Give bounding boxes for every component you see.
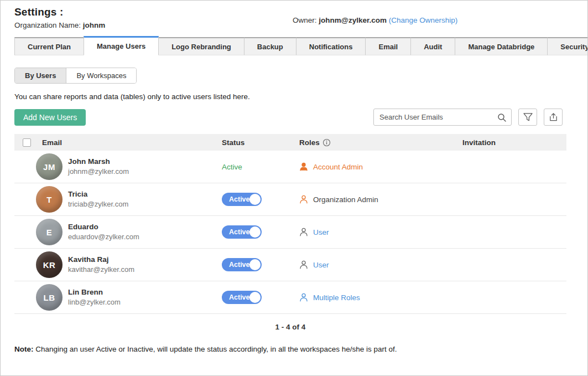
person-icon [299,293,308,302]
user-names: John Marshjohnm@zylker.com [68,157,129,177]
column-header-invitation: Invitation [462,138,566,147]
user-names: Eduardoeduardov@zylker.com [68,222,139,242]
column-header-checkbox [14,138,42,147]
toggle-knob [249,226,261,238]
add-new-users-button[interactable]: Add New Users [14,109,86,126]
tab-manage-users[interactable]: Manage Users [84,36,159,55]
search-icon [497,113,507,122]
owner-email: johnm@zylker.com [319,16,387,24]
org-name-value: johnm [83,21,106,29]
table-row: LBLin Brennlinb@zylker.comActiveMultiple… [14,281,566,314]
avatar: JM [36,153,63,180]
person-icon [299,195,308,204]
table-body: JMJohn Marshjohnm@zylker.comActiveAccoun… [14,151,566,314]
tab-email[interactable]: Email [365,37,411,55]
export-button[interactable] [544,109,563,126]
users-table: Email Status Roles Invitation JMJohn Mar… [14,134,566,314]
roles-cell: Account Admin [299,162,462,171]
role-label[interactable]: User [313,261,329,269]
status-cell: Active [222,291,299,304]
status-toggle[interactable]: Active [222,193,262,206]
avatar: KR [36,251,63,278]
table-row: KRKavitha Rajkavithar@zylker.comActiveUs… [14,249,566,281]
user-email: kavithar@zylker.com [68,265,134,275]
status-cell: Active [222,162,299,172]
column-header-roles: Roles [299,138,462,147]
user-name: John Marsh [68,157,129,167]
status-toggle[interactable]: Active [222,291,262,304]
status-toggle-label: Active [229,293,250,301]
page-header: Settings : Organization Name: johnm Owne… [1,1,587,33]
roles-cell: User [299,228,462,236]
status-toggle-label: Active [229,261,250,269]
user-cell: JMJohn Marshjohnm@zylker.com [14,153,222,180]
owner-label: Owner: [293,16,317,24]
role-label[interactable]: User [313,228,329,236]
user-cell: KRKavitha Rajkavithar@zylker.com [14,251,222,278]
subtab-by-workspaces[interactable]: By Workspaces [66,68,136,83]
role-label: Account Admin [313,163,363,171]
filter-icon [523,112,533,122]
avatar: LB [36,284,63,311]
roles-cell: User [299,260,462,269]
toolbar: Add New Users [14,109,563,126]
subtab-group: By UsersBy Workspaces [14,68,137,84]
user-name: Eduardo [68,222,139,232]
tab-current-plan[interactable]: Current Plan [14,37,84,55]
role-label[interactable]: Multiple Roles [313,293,360,302]
user-email: linb@zylker.com [68,297,121,307]
note-label: Note: [14,345,34,353]
toggle-knob [249,292,261,303]
tab-notifications[interactable]: Notifications [296,37,366,55]
note-text: Note: Changing an user Active or Inactiv… [14,345,574,353]
tab-logo-rebranding[interactable]: Logo Rebranding [158,37,244,55]
user-names: Triciatriciab@zylker.com [68,189,128,209]
user-email: johnm@zylker.com [68,167,129,177]
subtab-by-users[interactable]: By Users [15,68,66,83]
note-body: Changing an user Active or Inactive, wil… [35,345,397,353]
column-header-status: Status [222,138,299,147]
status-toggle-label: Active [229,228,250,236]
tab-audit[interactable]: Audit [410,37,455,55]
user-email: eduardov@zylker.com [68,232,139,242]
tab-manage-databridge[interactable]: Manage Databridge [455,37,548,55]
user-name: Tricia [68,189,128,199]
person-icon [299,228,308,236]
user-cell: EEduardoeduardov@zylker.com [14,219,222,245]
column-header-email: Email [42,138,222,147]
change-ownership-link[interactable]: (Change Ownership) [389,16,458,24]
info-icon[interactable] [322,138,331,147]
role-label: Organization Admin [313,195,378,204]
roles-cell: Multiple Roles [299,293,462,302]
select-all-checkbox[interactable] [23,138,31,147]
roles-cell: Organization Admin [299,195,462,204]
owner-line: Owner: johnm@zylker.com (Change Ownershi… [293,16,457,24]
person-icon [299,260,308,269]
table-row: JMJohn Marshjohnm@zylker.comActiveAccoun… [14,151,566,183]
toggle-knob [249,194,261,205]
status-cell: Active [222,193,299,206]
user-names: Kavitha Rajkavithar@zylker.com [68,255,134,275]
tab-bar: Current PlanManage UsersLogo RebrandingB… [14,36,568,55]
org-name-label: Organization Name: [14,21,81,29]
user-cell: LBLin Brennlinb@zylker.com [14,284,222,311]
user-name: Kavitha Raj [68,255,134,265]
table-row: EEduardoeduardov@zylker.comActiveUser [14,216,566,249]
search-input[interactable] [374,109,511,125]
user-name: Lin Brenn [68,287,121,297]
filter-button[interactable] [518,109,537,126]
avatar: E [36,219,63,245]
user-email: triciab@zylker.com [68,199,128,209]
status-toggle[interactable]: Active [222,258,262,271]
tab-security-controls[interactable]: Security Controls [547,37,588,55]
status-toggle[interactable]: Active [222,225,262,239]
tab-backup[interactable]: Backup [244,37,296,55]
table-row: TTriciatriciab@zylker.comActiveOrganizat… [14,183,566,216]
status-cell: Active [222,225,299,239]
user-names: Lin Brennlinb@zylker.com [68,287,121,307]
table-header: Email Status Roles Invitation [14,134,566,151]
person-icon [299,162,308,171]
toggle-knob [249,259,261,270]
status-toggle-label: Active [229,195,250,203]
search-box[interactable] [373,109,512,126]
